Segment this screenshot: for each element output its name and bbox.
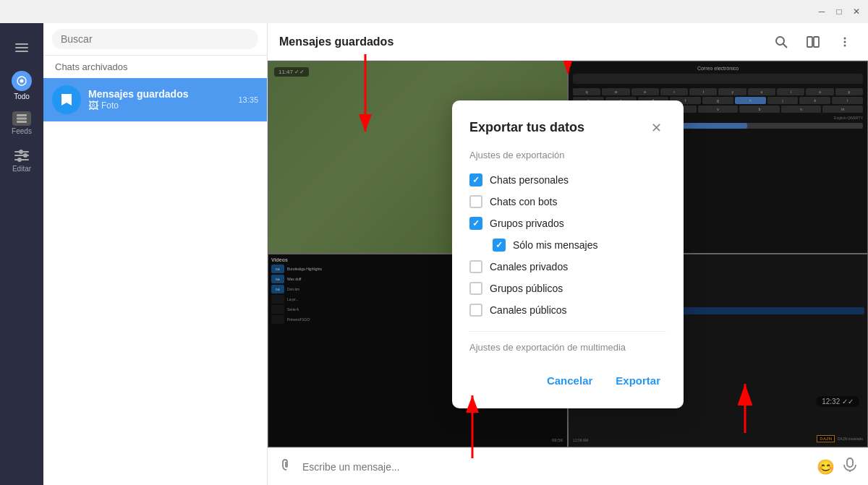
maximize-button[interactable]: □ [833, 6, 845, 17]
checkbox-canales-publicos[interactable]: Canales públicos [469, 299, 666, 321]
checkbox-grupos-privados-label: Grupos privados [490, 218, 564, 229]
sidebar-item-edit-label: Editar [12, 165, 31, 173]
checkbox-canales-privados-input[interactable] [469, 260, 482, 273]
titlebar: ─ □ ✕ [0, 0, 868, 23]
svg-line-6 [783, 43, 788, 48]
chat-avatar-bookmark [52, 85, 81, 114]
chat-header-title: Mensajes guardados [279, 35, 761, 48]
checkbox-solo-mis-mensajes-label: Sólo mis mensajes [513, 239, 598, 251]
modal-close-button[interactable]: ✕ [646, 118, 666, 138]
svg-rect-4 [17, 121, 27, 123]
chat-background: 11:47 ✓✓ Correo electrónico q w e r t y … [268, 61, 868, 447]
svg-rect-2 [17, 114, 27, 116]
main-area: Mensajes guardados 11:47 ✓✓ Correo elect… [268, 23, 868, 485]
sidebar-menu-button[interactable] [4, 30, 39, 65]
checkbox-grupos-privados-input[interactable] [469, 217, 482, 230]
checkbox-canales-publicos-label: Canales públicos [490, 304, 567, 316]
search-bar [43, 23, 267, 56]
checkbox-chats-bots-input[interactable] [469, 195, 482, 208]
checkbox-canales-privados[interactable]: Canales privados [469, 256, 666, 278]
checkbox-chats-bots[interactable]: Chats con bots [469, 191, 666, 213]
checkbox-canales-publicos-input[interactable] [469, 304, 482, 317]
voice-icon[interactable] [843, 458, 856, 476]
search-input[interactable] [52, 29, 258, 49]
modal-footer: Cancelar Exportar [469, 370, 666, 391]
checkbox-solo-mis-mensajes[interactable]: Sólo mis mensajes [469, 234, 666, 256]
svg-rect-16 [847, 458, 853, 467]
checkbox-grupos-publicos-input[interactable] [469, 282, 482, 295]
sidebar-item-edit[interactable]: Editar [4, 143, 39, 178]
export-modal: Exportar tus datos ✕ Ajustes de exportac… [452, 100, 684, 408]
svg-point-5 [776, 37, 784, 45]
chat-header: Mensajes guardados [268, 23, 868, 61]
columns-button[interactable] [801, 30, 825, 53]
chat-item-mensajes-guardados[interactable]: Mensajes guardados 🖼 Foto 13:35 [43, 78, 267, 121]
chat-preview: 🖼 Foto [88, 100, 231, 111]
close-button[interactable]: ✕ [851, 6, 862, 17]
checkbox-grupos-publicos-label: Grupos públicos [490, 283, 563, 294]
search-button[interactable] [770, 30, 793, 53]
modal-divider [469, 331, 666, 332]
checkbox-chats-personales-label: Chats personales [490, 174, 569, 186]
checkbox-canales-privados-label: Canales privados [490, 261, 568, 272]
checkbox-chats-personales[interactable]: Chats personales [469, 169, 666, 191]
checkbox-grupos-publicos[interactable]: Grupos públicos [469, 278, 666, 299]
export-button[interactable]: Exportar [610, 370, 666, 391]
sidebar-item-todo-label: Todo [14, 93, 30, 100]
svg-rect-3 [17, 117, 27, 119]
more-options-button[interactable] [833, 30, 856, 53]
app-container: Todo Feeds Editar Chats archivados Men [0, 23, 868, 485]
chat-name: Mensajes guardados [88, 88, 231, 100]
chat-info: Mensajes guardados 🖼 Foto [88, 88, 231, 111]
checkbox-chats-bots-label: Chats con bots [490, 196, 557, 207]
checkbox-solo-mis-mensajes-input[interactable] [493, 239, 506, 252]
todo-icon [12, 71, 32, 91]
svg-rect-8 [814, 37, 819, 47]
svg-point-1 [20, 79, 24, 82]
edit-icon [12, 149, 31, 163]
message-input[interactable] [302, 461, 808, 473]
modal-overlay: Exportar tus datos ✕ Ajustes de exportac… [268, 61, 868, 447]
emoji-icon[interactable]: 😊 [817, 458, 835, 476]
modal-title: Exportar tus datos [469, 120, 584, 135]
multimedia-settings-label: Ajustes de exportación de multimedia [469, 342, 666, 353]
checkbox-chats-personales-input[interactable] [469, 173, 482, 186]
input-bar: 😊 [268, 447, 868, 485]
checkbox-grupos-privados[interactable]: Grupos privados [469, 213, 666, 234]
sidebar-item-feeds[interactable]: Feeds [4, 106, 39, 140]
cancel-button[interactable]: Cancelar [541, 370, 598, 391]
modal-header: Exportar tus datos ✕ [469, 118, 666, 138]
chat-time: 13:35 [238, 95, 258, 104]
sidebar-item-feeds-label: Feeds [12, 127, 32, 135]
section-header: Chats archivados [43, 56, 267, 78]
minimize-button[interactable]: ─ [816, 6, 827, 17]
feeds-icon [12, 111, 31, 126]
svg-point-10 [844, 40, 846, 43]
sidebar-item-todo[interactable]: Todo [4, 68, 39, 103]
svg-rect-7 [807, 37, 812, 47]
chat-list-panel: Chats archivados Mensajes guardados 🖼 Fo… [43, 23, 268, 485]
svg-point-11 [844, 44, 846, 46]
icon-sidebar: Todo Feeds Editar [0, 23, 43, 485]
attachment-icon[interactable] [279, 458, 294, 476]
svg-point-9 [844, 37, 846, 39]
export-settings-label: Ajustes de exportación [469, 150, 666, 160]
